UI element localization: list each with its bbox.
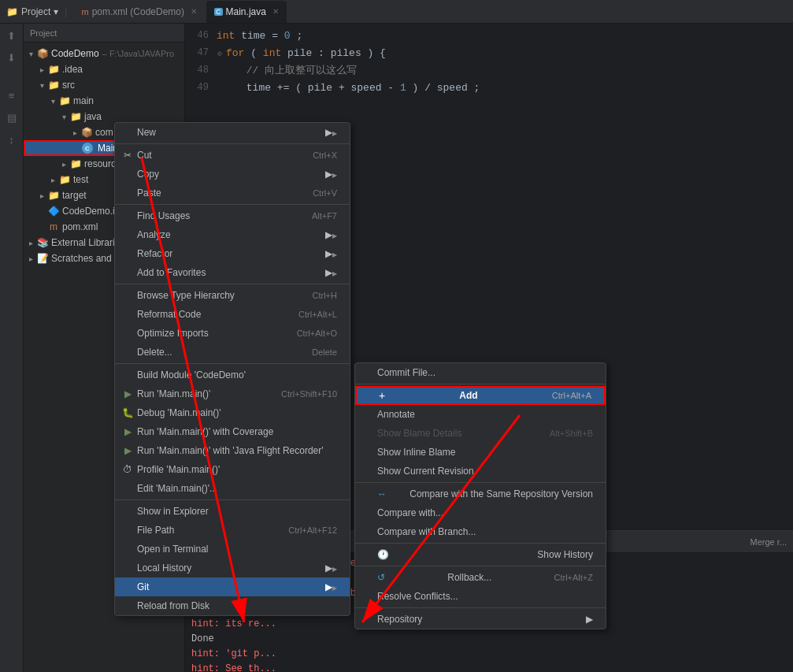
rollback-icon: ↺ <box>377 572 385 583</box>
run-jfr-icon: ▶ <box>121 445 134 456</box>
submenu-inline-blame[interactable]: Show Inline Blame <box>355 443 606 462</box>
menu-show-explorer[interactable]: Show in Explorer <box>115 502 350 521</box>
menu-reformat[interactable]: Reformat Code Ctrl+Alt+L <box>115 305 350 324</box>
tree-item-idea[interactable]: ▸ 📁 .idea <box>24 61 184 77</box>
history-icon: 🕐 <box>377 549 389 560</box>
submenu-commit[interactable]: Commit File... <box>355 363 606 382</box>
menu-edit-config[interactable]: Edit 'Main.main()'... <box>115 479 350 498</box>
menu-profile[interactable]: ⏱ Profile 'Main.main()' <box>115 460 350 479</box>
add-label: Add <box>459 390 477 401</box>
submenu-compare-with[interactable]: Compare with... <box>355 503 606 522</box>
folder-main-icon: 📁 <box>58 95 71 106</box>
menu-copy-label: Copy <box>137 169 159 180</box>
menu-build-module[interactable]: Build Module 'CodeDemo' <box>115 366 350 384</box>
line-num-49: 49 <box>185 82 217 93</box>
sidebar-header: Project <box>24 24 184 43</box>
nav-icon-1[interactable]: ⬆ <box>3 27 20 44</box>
submenu-compare-branch[interactable]: Compare with Branch... <box>355 522 606 541</box>
code-line-46: 46 int time = 0 ; <box>185 27 793 44</box>
tree-item-src[interactable]: ▾ 📁 src <box>24 77 184 93</box>
menu-copy[interactable]: Copy ▶ <box>115 165 350 184</box>
menu-browse-hierarchy[interactable]: Browse Type Hierarchy Ctrl+H <box>115 286 350 305</box>
menu-run-coverage[interactable]: ▶ Run 'Main.main()' with Coverage <box>115 422 350 441</box>
menu-open-terminal[interactable]: Open in Terminal <box>115 540 350 559</box>
menu-debug[interactable]: 🐛 Debug 'Main.main()' <box>115 403 350 422</box>
sep-3 <box>115 284 350 284</box>
file-path-shortcut: Ctrl+Alt+F12 <box>288 525 337 535</box>
submenu-add[interactable]: + Add Ctrl+Alt+A <box>355 386 606 405</box>
menu-git[interactable]: Git ▶ <box>115 577 350 596</box>
tab-pom[interactable]: m pom.xml (CodeDemo) ✕ <box>73 1 205 23</box>
menu-run-jfr[interactable]: ▶ Run 'Main.main()' with 'Java Flight Re… <box>115 441 350 460</box>
menu-new-arrow: ▶ <box>325 127 337 138</box>
nav-icon-3[interactable]: ≡ <box>3 87 20 104</box>
menu-delete[interactable]: Delete... Delete <box>115 343 350 362</box>
refactor-label: Refactor <box>137 248 172 259</box>
submenu-resolve-conflicts[interactable]: Resolve Conflicts... <box>355 587 606 606</box>
tab-main[interactable]: C Main.java ✕ <box>206 1 287 23</box>
tree-item-codedemo[interactable]: ▾ 📦 CodeDemo – F:\Java\JAVAPro <box>24 46 184 61</box>
menu-cut[interactable]: ✂ Cut Ctrl+X <box>115 146 350 165</box>
menu-run[interactable]: ▶ Run 'Main.main()' Ctrl+Shift+F10 <box>115 384 350 403</box>
nav-icon-5[interactable]: ↕ <box>3 131 20 148</box>
local-history-label: Local History <box>137 562 191 574</box>
run-label: Run 'Main.main()' <box>137 388 210 399</box>
folder-java-icon: 📁 <box>69 111 82 122</box>
sep-5 <box>115 499 350 500</box>
browse-hierarchy-label: Browse Type Hierarchy <box>137 290 235 301</box>
submenu-show-history[interactable]: 🕐 Show History <box>355 545 606 564</box>
line-49-content: time += ( pile + speed - 1 ) / speed ; <box>217 82 793 94</box>
local-history-arrow: ▶ <box>325 562 337 574</box>
menu-add-favorites[interactable]: Add to Favorites ▶ <box>115 263 350 282</box>
submenu-rollback[interactable]: ↺ Rollback... Ctrl+Alt+Z <box>355 568 606 587</box>
nav-icon-4[interactable]: ▤ <box>3 109 20 126</box>
main-icon: C <box>214 8 223 16</box>
menu-optimize-imports[interactable]: Optimize Imports Ctrl+Alt+O <box>115 324 350 343</box>
submenu-annotate[interactable]: Annotate <box>355 405 606 424</box>
menu-paste[interactable]: Paste Ctrl+V <box>115 184 350 202</box>
tab-main-close[interactable]: ✕ <box>272 7 279 16</box>
compare-same-label: Compare with the Same Repository Version <box>409 488 593 499</box>
menu-local-history[interactable]: Local History ▶ <box>115 559 350 577</box>
menu-file-path[interactable]: File Path Ctrl+Alt+F12 <box>115 521 350 540</box>
line-num-47: 47 <box>185 47 217 58</box>
menu-find-usages[interactable]: Find Usages Alt+F7 <box>115 206 350 225</box>
line-48-content: // 向上取整可以这么写 <box>217 63 793 77</box>
sub-sep-3 <box>355 543 606 544</box>
menu-analyze[interactable]: Analyze ▶ <box>115 225 350 244</box>
dropdown-arrow: ▾ <box>54 6 58 17</box>
reformat-label: Reformat Code <box>137 309 201 320</box>
tab-pom-label: pom.xml (CodeDemo) <box>92 6 184 17</box>
menu-copy-arrow: ▶ <box>325 169 337 180</box>
menu-refactor[interactable]: Refactor ▶ <box>115 244 350 263</box>
refactor-arrow: ▶ <box>325 248 337 259</box>
iml-icon: 🔷 <box>47 206 60 217</box>
folder-src-icon: 📁 <box>47 80 60 91</box>
run-coverage-icon: ▶ <box>121 426 134 437</box>
submenu-compare-same[interactable]: ↔ Compare with the Same Repository Versi… <box>355 485 606 503</box>
git-submenu: Commit File... + Add Ctrl+Alt+A Annotate… <box>354 362 606 629</box>
tree-item-main[interactable]: ▾ 📁 main <box>24 93 184 109</box>
submenu-repository[interactable]: Repository ▶ <box>355 610 606 629</box>
java-main-icon: C <box>82 143 93 154</box>
tab-pom-close[interactable]: ✕ <box>191 7 197 16</box>
menu-reload[interactable]: Reload from Disk <box>115 596 350 615</box>
inline-blame-label: Show Inline Blame <box>377 447 455 458</box>
folder-test-icon: 📁 <box>58 174 71 185</box>
debug-icon: 🐛 <box>121 407 134 418</box>
arrow-idea: ▸ <box>36 65 47 74</box>
menu-new[interactable]: New ▶ <box>115 123 350 142</box>
folder-idea-icon: 📁 <box>47 64 60 75</box>
nav-icon-2[interactable]: ⬇ <box>3 49 20 66</box>
debug-label: Debug 'Main.main()' <box>137 407 221 418</box>
find-usages-shortcut: Alt+F7 <box>312 211 337 221</box>
paste-shortcut: Ctrl+V <box>313 188 337 198</box>
arrow-ext-libs: ▸ <box>25 239 36 247</box>
add-shortcut: Ctrl+Alt+A <box>552 391 591 400</box>
menu-paste-label: Paste <box>137 187 161 199</box>
submenu-current-revision[interactable]: Show Current Revision <box>355 462 606 481</box>
git-line-8: hint: See th... <box>191 662 787 672</box>
tab-main-label: Main.java <box>226 6 266 17</box>
folder-target-icon: 📁 <box>47 190 60 201</box>
project-dropdown[interactable]: 📁 Project ▾ <box>6 6 58 17</box>
